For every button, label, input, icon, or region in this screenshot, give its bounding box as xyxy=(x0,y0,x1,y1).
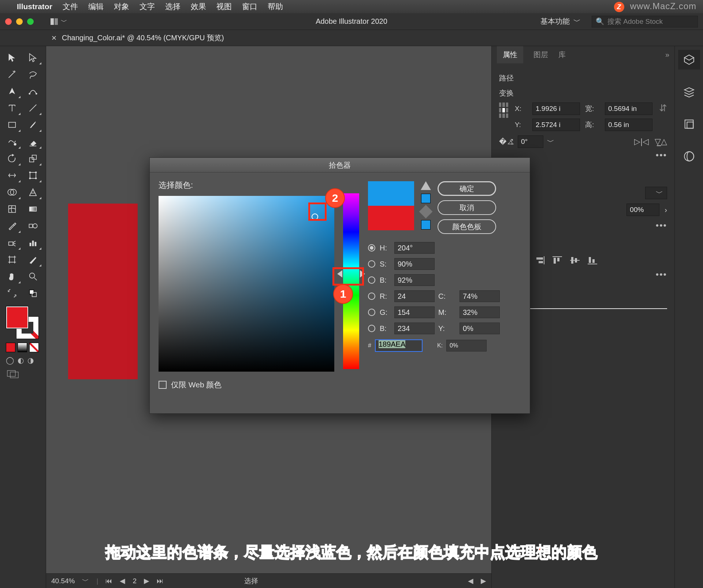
artboards-rail-icon[interactable] xyxy=(678,114,700,134)
hex-input[interactable]: 189AEA xyxy=(375,339,423,352)
x-input[interactable]: 1.9926 i xyxy=(532,103,580,115)
menu-select[interactable]: 选择 xyxy=(165,1,181,12)
symbol-sprayer-tool-icon[interactable] xyxy=(3,235,21,250)
gradient-tool-icon[interactable] xyxy=(24,201,42,217)
app-name[interactable]: Illustrator xyxy=(17,2,52,11)
m-input[interactable]: 32% xyxy=(460,306,500,318)
screen-mode-icon[interactable] xyxy=(7,369,43,381)
s-radio[interactable] xyxy=(368,260,375,268)
mesh-tool-icon[interactable] xyxy=(3,201,21,217)
r-radio[interactable] xyxy=(368,293,375,300)
direct-selection-tool-icon[interactable] xyxy=(24,50,42,65)
prev-artboard-icon[interactable]: ◀ xyxy=(120,577,125,585)
h-input[interactable]: 204° xyxy=(394,242,435,254)
y-input[interactable]: 2.5724 i xyxy=(532,119,580,131)
k-input[interactable]: 0% xyxy=(446,340,487,351)
artboard-tool-icon[interactable] xyxy=(3,252,21,267)
hand-tool-icon[interactable] xyxy=(3,269,21,284)
chevron-right-icon[interactable]: › xyxy=(665,206,667,214)
menu-type[interactable]: 文字 xyxy=(140,1,155,12)
last-artboard-icon[interactable]: ⏭ xyxy=(157,577,164,585)
selection-tool-icon[interactable] xyxy=(3,50,21,65)
tab-libraries[interactable]: 库 xyxy=(558,50,566,60)
flip-horizontal-icon[interactable]: ▷|◁ xyxy=(634,137,649,146)
menu-file[interactable]: 文件 xyxy=(63,1,78,12)
zoom-tool-icon[interactable] xyxy=(24,269,42,284)
slice-tool-icon[interactable] xyxy=(24,252,42,267)
tab-properties[interactable]: 属性 xyxy=(497,46,523,63)
align-bottom-icon[interactable] xyxy=(587,256,598,267)
bl-radio[interactable] xyxy=(368,325,375,332)
h-radio[interactable] xyxy=(368,244,375,252)
paintbrush-tool-icon[interactable] xyxy=(24,117,42,133)
curvature-tool-icon[interactable] xyxy=(24,83,42,99)
align-right-icon[interactable] xyxy=(534,256,545,267)
fill-stroke-swatch[interactable] xyxy=(6,306,39,339)
cancel-button[interactable]: 取消 xyxy=(438,200,496,215)
artboard-number[interactable]: 2 xyxy=(133,577,137,585)
web-only-checkbox[interactable] xyxy=(159,381,167,389)
menu-view[interactable]: 视图 xyxy=(216,1,232,12)
width-tool-icon[interactable] xyxy=(3,168,21,183)
properties-rail-icon[interactable] xyxy=(678,50,700,70)
menu-effect[interactable]: 效果 xyxy=(191,1,206,12)
w-input[interactable]: 0.5694 in xyxy=(605,103,652,115)
b-input[interactable]: 92% xyxy=(394,274,435,286)
layers-rail-icon[interactable] xyxy=(678,82,700,102)
align-vcenter-icon[interactable] xyxy=(569,256,580,267)
none-mode-icon[interactable] xyxy=(29,343,39,352)
flip-vertical-icon[interactable]: ▽̲△ xyxy=(655,137,667,146)
align-top-icon[interactable] xyxy=(552,256,563,267)
libraries-rail-icon[interactable] xyxy=(678,146,700,166)
nav-next-icon[interactable]: ▶ xyxy=(481,577,486,585)
perspective-grid-tool-icon[interactable] xyxy=(24,185,42,200)
artwork-rectangle[interactable] xyxy=(68,204,138,379)
default-fill-stroke-icon[interactable] xyxy=(24,286,42,301)
r-input[interactable]: 24 xyxy=(394,290,435,302)
search-stock-input[interactable]: 🔍 搜索 Adobe Stock xyxy=(592,16,698,27)
s-input[interactable]: 90% xyxy=(394,258,435,270)
saturation-value-field[interactable] xyxy=(159,196,334,372)
b-radio[interactable] xyxy=(368,276,375,284)
draw-inside-icon[interactable]: ◑ xyxy=(27,356,34,365)
opacity-input[interactable]: 00% xyxy=(626,204,659,216)
next-artboard-icon[interactable]: ▶ xyxy=(144,577,149,585)
column-graph-tool-icon[interactable] xyxy=(24,235,42,250)
menu-object[interactable]: 对象 xyxy=(114,1,129,12)
g-input[interactable]: 154 xyxy=(394,306,435,318)
lasso-tool-icon[interactable] xyxy=(24,67,42,82)
bl-input[interactable]: 234 xyxy=(394,323,435,334)
fill-swatch[interactable] xyxy=(6,306,29,329)
zoom-value[interactable]: 40.54% xyxy=(51,577,75,585)
shaper-tool-icon[interactable] xyxy=(3,134,21,149)
gamut-swatch[interactable] xyxy=(421,194,431,203)
menu-window[interactable]: 窗口 xyxy=(242,1,257,12)
gradient-mode-icon[interactable] xyxy=(18,343,27,352)
document-tab[interactable]: ✕ Changing_Color.ai* @ 40.54% (CMYK/GPU … xyxy=(51,33,224,43)
minimize-window-icon[interactable] xyxy=(16,18,23,25)
nav-prev-icon[interactable]: ◀ xyxy=(468,577,473,585)
workspace-switcher[interactable]: 基本功能 ﹀ xyxy=(536,15,585,28)
close-window-icon[interactable] xyxy=(5,18,12,25)
chevron-down-icon[interactable]: ﹀ xyxy=(82,576,89,586)
reference-point-icon[interactable] xyxy=(499,103,508,118)
arrange-documents-icon[interactable]: ﹀ xyxy=(51,17,67,26)
close-icon[interactable]: ✕ xyxy=(51,34,57,42)
free-transform-tool-icon[interactable] xyxy=(24,168,42,183)
menu-edit[interactable]: 编辑 xyxy=(88,1,104,12)
color-swatches-button[interactable]: 颜色色板 xyxy=(438,219,496,234)
shape-builder-tool-icon[interactable] xyxy=(3,185,21,200)
h-input[interactable]: 0.56 in xyxy=(605,119,652,131)
websafe-swatch[interactable] xyxy=(421,220,431,230)
ok-button[interactable]: 确定 xyxy=(438,181,496,196)
type-tool-icon[interactable] xyxy=(3,100,21,116)
rotate-tool-icon[interactable] xyxy=(3,151,21,166)
old-color-swatch[interactable] xyxy=(368,206,414,230)
draw-behind-icon[interactable]: ◐ xyxy=(18,356,24,365)
eyedropper-tool-icon[interactable] xyxy=(3,218,21,234)
appearance-dropdown[interactable]: ﹀ xyxy=(645,187,667,199)
draw-normal-icon[interactable]: ◯ xyxy=(6,356,14,365)
link-wh-icon[interactable]: ⇵ xyxy=(659,103,667,114)
tab-layers[interactable]: 图层 xyxy=(533,50,548,60)
menu-help[interactable]: 帮助 xyxy=(268,1,283,12)
